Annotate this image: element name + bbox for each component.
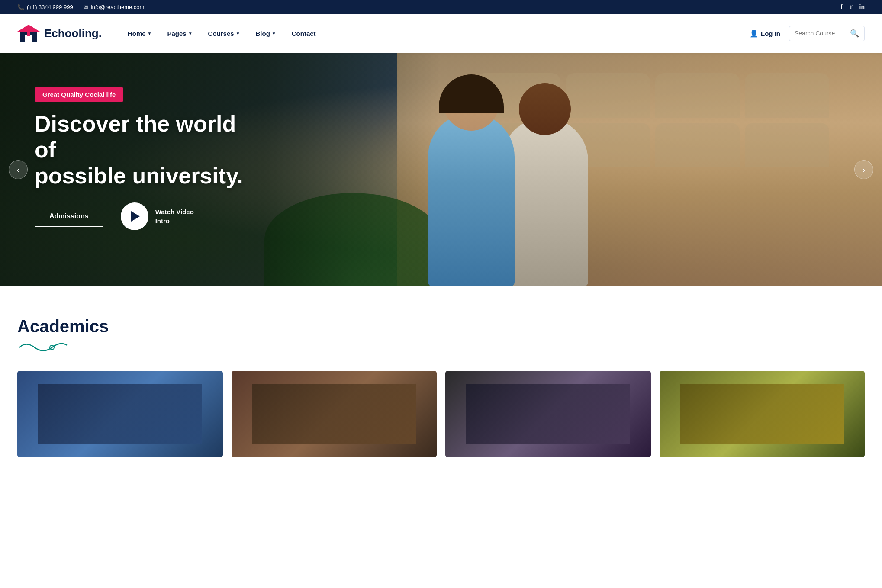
hero-actions: Admissions Watch Video Intro <box>35 202 247 230</box>
play-circle <box>121 202 148 230</box>
play-icon <box>131 211 140 222</box>
watch-video-button[interactable]: Watch Video Intro <box>121 202 194 230</box>
nav-contact[interactable]: Contact <box>292 30 316 37</box>
academics-card-1 <box>17 371 223 457</box>
top-bar: 📞 (+1) 3344 999 999 ✉ info@reactheme.com… <box>0 0 882 14</box>
logo-text: Echooling. <box>44 27 102 40</box>
chevron-down-icon: ▼ <box>148 31 152 36</box>
user-icon: 👤 <box>750 29 758 38</box>
social-links: f 𝕣 in <box>840 3 865 10</box>
hero-title: Discover the world of possible universit… <box>35 111 247 189</box>
search-input[interactable] <box>795 30 847 37</box>
navbar: Echooling. Home ▼ Pages ▼ Courses ▼ Blog… <box>0 14 882 53</box>
academics-card-3 <box>445 371 651 457</box>
hero-next-button[interactable]: › <box>854 160 873 179</box>
facebook-icon[interactable]: f <box>840 3 843 10</box>
search-box: 🔍 <box>789 26 865 41</box>
nav-links: Home ▼ Pages ▼ Courses ▼ Blog ▼ Contact <box>128 30 750 37</box>
chevron-down-icon: ▼ <box>188 31 193 36</box>
login-button[interactable]: 👤 Log In <box>750 29 780 38</box>
phone-icon: 📞 <box>17 4 24 10</box>
academics-title: Academics <box>17 317 865 336</box>
phone-contact: 📞 (+1) 3344 999 999 <box>17 4 73 10</box>
phone-number: (+1) 3344 999 999 <box>27 4 73 10</box>
svg-rect-3 <box>27 32 30 36</box>
svg-marker-1 <box>17 25 40 32</box>
chevron-down-icon: ▼ <box>272 31 276 36</box>
academics-card-2 <box>232 371 437 457</box>
academics-card-4 <box>660 371 865 457</box>
person-female <box>415 74 528 286</box>
nav-home[interactable]: Home ▼ <box>128 30 152 37</box>
top-bar-contacts: 📞 (+1) 3344 999 999 ✉ info@reactheme.com <box>17 4 144 10</box>
academics-cards <box>17 371 865 457</box>
video-label: Watch Video Intro <box>155 207 194 225</box>
academics-section: Academics <box>0 286 882 475</box>
nav-courses[interactable]: Courses ▼ <box>208 30 240 37</box>
logo[interactable]: Echooling. <box>17 24 102 43</box>
email-address: info@reactheme.com <box>91 4 145 10</box>
chevron-down-icon: ▼ <box>236 31 240 36</box>
admissions-button[interactable]: Admissions <box>35 206 103 227</box>
underline-svg <box>17 339 69 352</box>
nav-actions: 👤 Log In 🔍 <box>750 26 865 41</box>
hero-prev-button[interactable]: ‹ <box>9 160 28 179</box>
hero-badge: Great Quality Cocial life <box>35 87 123 102</box>
hero-section: Great Quality Cocial life Discover the w… <box>0 53 882 286</box>
search-icon[interactable]: 🔍 <box>850 29 859 38</box>
section-underline <box>17 339 865 353</box>
email-contact: ✉ info@reactheme.com <box>84 4 145 10</box>
linkedin-icon[interactable]: in <box>859 3 865 10</box>
svg-rect-2 <box>25 35 32 42</box>
nav-pages[interactable]: Pages ▼ <box>167 30 192 37</box>
logo-icon <box>17 24 40 43</box>
twitter-icon[interactable]: 𝕣 <box>850 3 853 10</box>
email-icon: ✉ <box>84 4 88 10</box>
hero-content: Great Quality Cocial life Discover the w… <box>0 53 281 265</box>
nav-blog[interactable]: Blog ▼ <box>256 30 276 37</box>
